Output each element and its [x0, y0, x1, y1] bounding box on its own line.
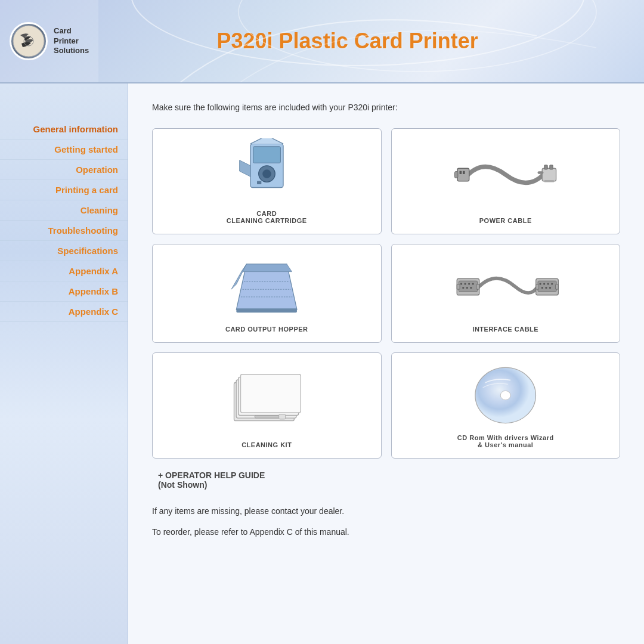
svg-point-25 [464, 283, 466, 284]
item-power-cable: POWER CABLE [391, 128, 621, 234]
svg-point-38 [551, 283, 553, 284]
sidebar-item-appendix-c[interactable]: Appendix C [0, 302, 128, 322]
svg-point-7 [262, 169, 271, 178]
svg-point-26 [468, 283, 470, 284]
svg-point-40 [545, 287, 547, 289]
svg-point-39 [541, 287, 543, 289]
svg-rect-32 [476, 284, 479, 289]
interface-cable-label: INTERFACE CABLE [472, 326, 538, 333]
svg-rect-14 [544, 165, 547, 169]
page-title: P320i Plastic Card Printer [98, 29, 596, 54]
svg-rect-9 [457, 168, 469, 181]
sidebar-item-general[interactable]: General information [0, 119, 128, 140]
svg-rect-16 [544, 180, 554, 182]
svg-point-35 [539, 283, 541, 284]
header: Card Printer Solutions P320i Plastic Car… [0, 0, 644, 83]
main-layout: General information Getting started Oper… [0, 83, 644, 644]
cleaning-kit-label: CLEANING KIT [242, 441, 292, 448]
header-title-area: P320i Plastic Card Printer [98, 29, 644, 54]
svg-point-28 [462, 287, 464, 289]
cd-rom-illustration [401, 363, 611, 428]
power-cable-label: POWER CABLE [479, 217, 532, 224]
svg-rect-8 [257, 181, 261, 185]
cleaning-cartridge-illustration [162, 138, 371, 204]
item-cleaning-kit: CLEANING KIT [152, 352, 382, 459]
content-area: Make sure the following items are includ… [128, 83, 644, 644]
items-grid: CARDCLEANING CARTRIDGE [152, 128, 620, 459]
svg-rect-13 [542, 168, 556, 181]
power-cable-illustration [401, 138, 611, 211]
svg-rect-31 [457, 284, 460, 289]
sidebar-item-operation[interactable]: Operation [0, 160, 128, 180]
intro-text: Make sure the following items are includ… [152, 101, 620, 114]
svg-rect-47 [240, 374, 301, 413]
cd-rom-label: CD Rom With drivers Wizard& User's manua… [457, 434, 554, 448]
svg-rect-48 [255, 415, 282, 418]
card-output-hopper-illustration [162, 254, 371, 320]
logo-area: Card Printer Solutions [0, 0, 98, 82]
item-interface-cable: INTERFACE CABLE [391, 244, 621, 343]
svg-rect-15 [550, 165, 553, 169]
svg-point-29 [466, 287, 467, 289]
svg-rect-5 [253, 147, 280, 163]
svg-rect-43 [555, 284, 558, 289]
sidebar: General information Getting started Oper… [0, 83, 128, 644]
svg-rect-23 [459, 281, 477, 292]
card-output-hopper-label: CARD OUTPUT HOPPER [225, 326, 308, 333]
svg-rect-18 [236, 308, 297, 312]
cleaning-cartridge-label: CARDCLEANING CARTRIDGE [227, 210, 307, 224]
sidebar-item-appendix-a[interactable]: Appendix A [0, 261, 128, 281]
svg-point-30 [470, 287, 472, 289]
svg-rect-10 [459, 171, 462, 174]
svg-point-27 [472, 283, 473, 284]
svg-point-36 [543, 283, 545, 284]
logo-text: Card Printer Solutions [54, 26, 89, 57]
svg-point-41 [549, 287, 551, 289]
sidebar-item-troubleshooting[interactable]: Troubleshooting [0, 221, 128, 241]
item-card-output-hopper: CARD OUTPUT HOPPER [152, 244, 382, 343]
svg-rect-11 [463, 171, 465, 174]
svg-point-51 [500, 391, 510, 400]
zebra-logo [10, 22, 48, 60]
sidebar-item-specifications[interactable]: Specifications [0, 241, 128, 261]
sidebar-item-getting-started[interactable]: Getting started [0, 140, 128, 160]
svg-point-37 [547, 283, 549, 284]
interface-cable-illustration [401, 254, 611, 320]
operator-help-text: + OPERATOR HELP GUIDE(Not Shown) [158, 470, 620, 490]
svg-rect-34 [538, 281, 556, 292]
svg-point-24 [460, 283, 462, 284]
svg-rect-12 [454, 172, 457, 178]
footer-text-1: If any items are missing, please contact… [152, 504, 620, 519]
item-cd-rom: CD Rom With drivers Wizard& User's manua… [391, 352, 621, 459]
sidebar-item-printing[interactable]: Printing a card [0, 180, 128, 200]
footer-text-2: To reorder, please refer to Appendix C o… [152, 525, 620, 540]
sidebar-item-appendix-b[interactable]: Appendix B [0, 281, 128, 302]
cleaning-kit-illustration [162, 363, 371, 435]
svg-rect-49 [278, 414, 285, 419]
svg-rect-42 [535, 284, 538, 289]
sidebar-item-cleaning[interactable]: Cleaning [0, 200, 128, 221]
item-cleaning-cartridge: CARDCLEANING CARTRIDGE [152, 128, 382, 234]
